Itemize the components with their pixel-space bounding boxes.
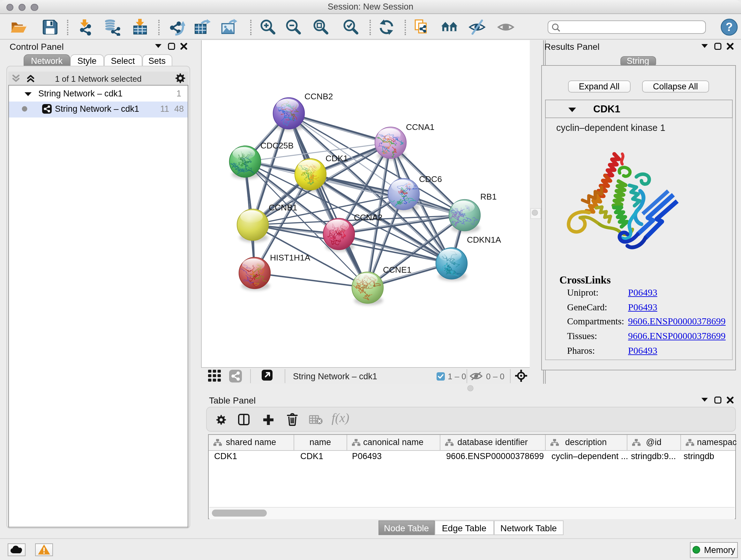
svg-text:CCNB2: CCNB2 [305, 91, 333, 101]
svg-text:CCNA2: CCNA2 [354, 212, 382, 222]
svg-text:CCNE1: CCNE1 [383, 265, 411, 274]
svg-text:CDK1: CDK1 [326, 153, 348, 163]
svg-text:CDC6: CDC6 [419, 174, 442, 184]
svg-text:CCNB1: CCNB1 [269, 202, 297, 212]
svg-text:CDKN1A: CDKN1A [467, 235, 501, 244]
svg-text:CCNA1: CCNA1 [406, 122, 434, 132]
svg-text:HIST1H1A: HIST1H1A [270, 253, 311, 262]
svg-text:?: ? [725, 20, 732, 33]
svg-text:CDC25B: CDC25B [260, 140, 293, 150]
svg-text:RB1: RB1 [480, 192, 496, 201]
